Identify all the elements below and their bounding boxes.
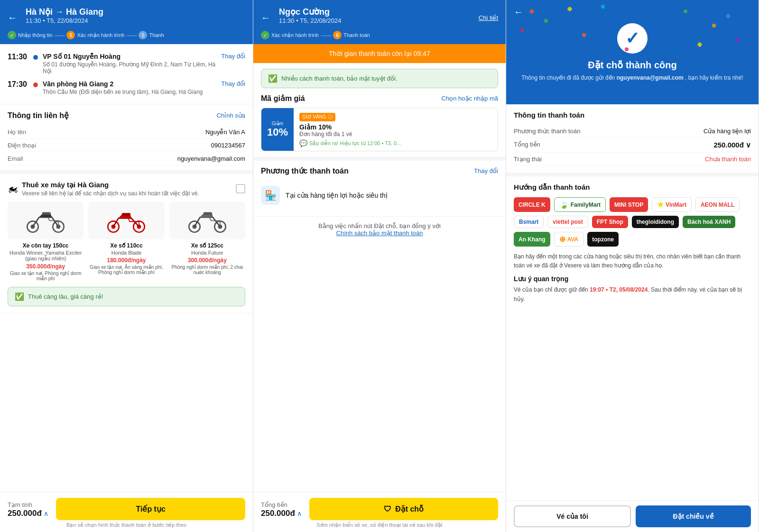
step-3-inactive: 6 <box>139 31 147 39</box>
bike-extra-3: Phòng nghỉ dorm miễn phí, 2 chai nước kh… <box>169 265 245 275</box>
my-ticket-button[interactable]: Vé của tôi <box>514 505 631 527</box>
arrival-addr: Thôn Cầu Mè (Đối diện bến xe trung tâm),… <box>43 89 216 95</box>
bike-svg-2 <box>105 206 148 235</box>
bike-img-1 <box>8 202 83 239</box>
rental-section: 🏍 Thuê xe máy tại Hà Giang Vexere sẽ liê… <box>0 174 253 313</box>
bike-img-3 <box>169 202 245 239</box>
screen2-footer-note: Sớm nhận biển số xe, số điện thoại tài x… <box>261 522 498 528</box>
back-icon[interactable]: ← <box>8 12 17 23</box>
screen2-title: Ngọc Cường <box>279 7 342 17</box>
security-text: Nhiều cách thanh toán, bảo mật tuyệt đối… <box>281 75 398 82</box>
privacy-policy-link[interactable]: Chính sách bảo mật thanh toán <box>336 229 423 237</box>
step-indicator: ✓ Nhập thông tin —— 5 Xác nhận hành trìn… <box>8 31 245 44</box>
payment-method-label: Phương thức thanh toán <box>514 128 580 135</box>
bike-card-1: Xe côn tay 150cc Honda Winner, Yamaha Ex… <box>8 202 83 281</box>
screen2-price-value: 250.000đ <box>261 509 295 518</box>
screen1-header: ← Hà Nội → Hà Giang 11:30 • T5, 22/08/20… <box>0 0 253 44</box>
arrival-dot <box>33 83 38 87</box>
step-2-active: 5 <box>66 31 75 39</box>
svg-rect-14 <box>204 212 212 214</box>
ava-logo: ⊕ AVA <box>554 232 584 247</box>
step-1-done: ✓ <box>8 31 16 39</box>
bike-name-2: Xe số 110cc <box>88 242 164 249</box>
contact-edit-btn[interactable]: Chỉnh sửa <box>217 112 245 119</box>
bike-extra-2: Giao xe tận nơi, Ăn sáng miễn phí, Phòng… <box>88 265 164 275</box>
bike-svg-3 <box>186 206 229 235</box>
continue-button[interactable]: Tiếp tục <box>56 498 245 520</box>
total-value: 250.000đ ∨ <box>713 141 751 149</box>
footer-price-row: Tạm tính 250.000đ ∧ Tiếp tục <box>8 498 245 520</box>
payment-section: Phương thức thanh toán Thay đổi 🏪 Tại cử… <box>253 161 506 217</box>
detail-link[interactable]: Chi tiết <box>479 14 498 21</box>
step-2-label: Xác nhận hành trình <box>77 32 124 38</box>
change-payment-btn[interactable]: Thay đổi <box>474 167 498 174</box>
rental-title: Thuê xe máy tại Hà Giang <box>22 181 199 189</box>
bsmart-label: Bsmart <box>519 219 538 225</box>
route-box: 11:30 VP Số 01 Nguyễn Hoàng Số 01 đường … <box>0 44 253 104</box>
security-check-icon: ✅ <box>268 74 278 83</box>
fpt-shop-logo: FPT Shop <box>592 216 628 228</box>
discount-right: GIỜ VÀNG ⓘ Giảm 10% Đơn hàng tối đa 1 vé… <box>294 108 498 151</box>
contact-header: Thông tin liên hệ Chỉnh sửa <box>8 111 245 120</box>
departure-info: VP Số 01 Nguyễn Hoàng Số 01 đường Nguyễn… <box>43 53 216 74</box>
discount-expiry: 💬 Sắp diễn ra! Hiệu lực từ 12:00 • T3, 0… <box>299 139 492 147</box>
arrival-change-btn[interactable]: Thay đổi <box>221 80 245 87</box>
note-time: 19:07 • T2, 05/08/2024 <box>590 286 648 293</box>
discount-section: Mã giảm giá Chọn hoặc nhập mã Giảm 10% G… <box>253 94 506 161</box>
bike-model-3: Honda Future <box>169 250 245 256</box>
screen2-step-2-label: Thanh toán <box>343 32 370 38</box>
topzone-logo: topzone <box>587 232 619 247</box>
departure-name: VP Số 01 Nguyễn Hoàng <box>43 53 216 60</box>
contact-section: Thông tin liên hệ Chỉnh sửa Họ tên Nguyễ… <box>0 104 253 174</box>
discount-tag: Giảm <box>272 121 283 126</box>
screen-3: ← ✓ Đặt chỗ thành công Thông tin chuyến … <box>506 0 759 532</box>
fpt-shop-label: FPT Shop <box>597 219 623 225</box>
bike-extra-1: Giao xe tận nơi, Phòng nghỉ dorm miễn ph… <box>8 271 83 281</box>
book-button[interactable]: 🛡 Đặt chỗ <box>309 498 498 520</box>
departure-addr: Số 01 đường Nguyễn Hoàng, Phường Mỹ Đình… <box>43 61 216 74</box>
rental-subtitle: Vexere sẽ liên hệ lại để xác nhận dịch v… <box>22 190 199 197</box>
bike-model-2: Honda Blade <box>88 250 164 256</box>
discount-header: Mã giảm giá Chọn hoặc nhập mã <box>261 94 498 103</box>
screen2-datetime: 11:30 • T5, 22/08/2024 <box>279 17 342 24</box>
bike-img-2 <box>88 202 164 239</box>
departure-change-btn[interactable]: Thay đổi <box>221 53 245 60</box>
screen3-footer: Vé của tôi Đặt chiều về <box>506 500 759 532</box>
svg-rect-4 <box>42 212 51 214</box>
contact-email-value: nguyenvana@gmail.com <box>177 155 245 162</box>
payment-method-value: Cửa hàng tiện lợi <box>703 128 751 135</box>
contact-phone-label: Điện thoại <box>8 142 36 149</box>
aeon-mall-label: AEON MALL <box>701 202 734 208</box>
screen2-back-icon[interactable]: ← <box>261 12 270 23</box>
success-sub2: , bạn hãy kiểm tra nhé! <box>685 74 743 81</box>
screen1-content: 11:30 VP Số 01 Nguyễn Hoàng Số 01 đường … <box>0 44 253 492</box>
route-datetime: 11:30 • T5, 22/08/2024 <box>26 17 103 24</box>
contact-phone-row: Điện thoại 0901234567 <box>8 139 245 152</box>
footer-price-arrow[interactable]: ∧ <box>44 510 48 517</box>
contact-phone-value: 0901234567 <box>211 142 245 149</box>
screen3-back-icon[interactable]: ← <box>514 7 523 18</box>
tgdd-label: thegioididong <box>637 219 674 225</box>
book-return-button[interactable]: Đặt chiều về <box>636 505 751 527</box>
tgdd-logo: thegioididong <box>632 216 679 228</box>
aeon-mall-logo: AEON MALL <box>695 197 740 212</box>
departure-row: 11:30 VP Số 01 Nguyễn Hoàng Số 01 đường … <box>8 50 245 77</box>
bike-name-3: Xe số 125cc <box>169 242 245 249</box>
contact-name-value: Nguyễn Văn A <box>205 128 245 136</box>
bike-card-2: Xe số 110cc Honda Blade 180.000đ/ngày Gi… <box>88 202 164 281</box>
discount-card[interactable]: Giảm 10% GIỜ VÀNG ⓘ Giảm 10% Đơn hàng tố… <box>261 108 498 151</box>
footer-price-section: Tạm tính 250.000đ ∧ <box>8 500 48 518</box>
discount-left: Giảm 10% <box>261 108 294 151</box>
choose-voucher-btn[interactable]: Chọn hoặc nhập mã <box>442 95 498 102</box>
ankhang-label: An Khang <box>518 236 546 243</box>
rental-checkbox[interactable] <box>236 184 245 193</box>
family-mart-logo: 🍃 FamilyMart <box>554 197 606 212</box>
screen2-price-arrow[interactable]: ∧ <box>297 510 302 517</box>
success-title: Đặt chỗ thành công <box>514 59 751 71</box>
step-3-label: Thanh <box>149 32 164 38</box>
viettel-logo: viettel post <box>547 216 588 228</box>
footer-price-label: Tạm tính <box>8 501 32 508</box>
step-1-label: Nhập thông tin <box>18 32 52 38</box>
bsmart-logo: Bsmart <box>514 216 544 228</box>
footer-note: Bạn sẽ chọn hình thức thanh toán ở bước … <box>8 522 245 528</box>
